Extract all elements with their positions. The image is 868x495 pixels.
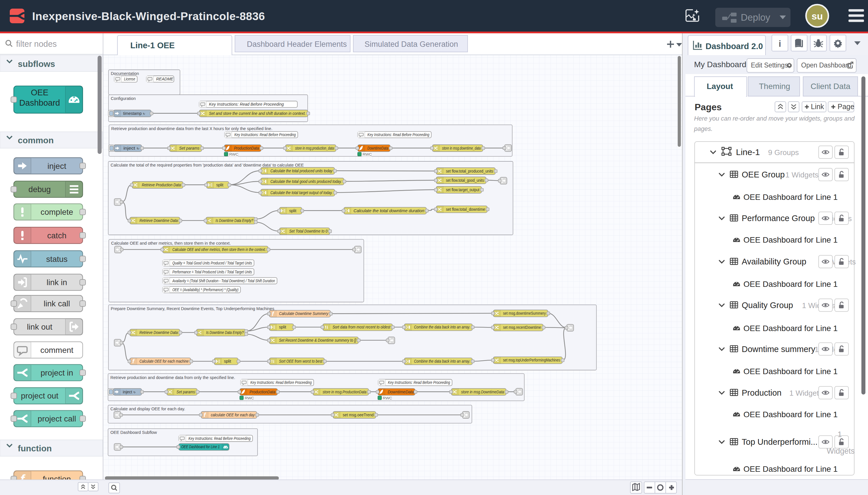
svg-text:Availability Group: Availability Group [742,257,806,266]
svg-text:complete: complete [40,208,73,217]
svg-text:set flow.total_downtime: set flow.total_downtime [446,207,485,211]
svg-text:OEE = (Availability) * (Perfor: OEE = (Availability) * (Performance) * (… [172,287,238,292]
svg-text:function: function [18,444,52,453]
svg-text:RWC: RWC [363,152,372,156]
svg-text:Quality = Total Good Units Pro: Quality = Total Good Units Produced / To… [172,261,252,265]
svg-text:Retrieve production and downti: Retrieve production and downtime data fr… [110,375,235,380]
svg-text:Prepare Downtime Summary, Rece: Prepare Downtime Summary, Recent Downtim… [111,306,274,311]
svg-text:OEE Dashboard Subflow: OEE Dashboard Subflow [110,430,157,435]
svg-text:Calculate OEE and other metric: Calculate OEE and other metrics, then st… [172,247,266,252]
svg-text:store in msg.ProductionData: store in msg.ProductionData [323,390,367,394]
svg-text:README: README [156,76,174,81]
svg-text:RWC: RWC [383,396,392,400]
svg-text:Dashboard Header Elements: Dashboard Header Elements [247,40,347,49]
svg-text:set flow.total_produced_units: set flow.total_produced_units [446,169,493,173]
svg-text:Here you can re-order and move: Here you can re-order and move your widg… [694,115,855,122]
svg-text:set msg.oeeTrend: set msg.oeeTrend [343,413,374,417]
svg-text:Calculate the total target out: Calculate the total target output of tod… [271,190,333,195]
svg-text:OEE Dashboard for Line 1: OEE Dashboard for Line 1 [181,444,220,449]
svg-text:subflows: subflows [18,59,55,69]
svg-text:DowntimeData: DowntimeData [387,390,414,394]
svg-text:Sort data from most recent to: Sort data from most recent to oldest [332,325,390,329]
svg-text:ProductionData: ProductionData [234,146,259,151]
svg-text:project out: project out [21,391,58,400]
svg-text:link in: link in [47,278,67,287]
svg-text:Open Dashboard: Open Dashboard [801,62,851,69]
svg-text:Set and store the current line: Set and store the current line and shift… [209,111,306,116]
svg-text:split: split [289,208,296,213]
svg-text:1 Widgets: 1 Widgets [785,171,819,179]
svg-text:set msg.recentDowntime: set msg.recentDowntime [503,325,541,330]
svg-text:Key Instructions: Read Before: Key Instructions: Read Before Proceeding [388,380,450,385]
svg-text:OEE Dashboard for Line 1: OEE Dashboard for Line 1 [743,280,837,289]
svg-text:split: split [224,359,231,363]
svg-text:Widgets: Widgets [827,447,855,455]
svg-text:set msg.topUnderPerformingMach: set msg.topUnderPerformingMachines [503,358,560,362]
svg-text:Theming: Theming [759,82,790,91]
svg-text:Calculate OEE and other metric: Calculate OEE and other metrics, then st… [111,241,231,245]
svg-text:set flow.total_good_units: set flow.total_good_units [446,178,484,183]
svg-text:debug: debug [29,185,51,194]
svg-text:Availavity = (Total Shift Dura: Availavity = (Total Shift Duration - Tot… [172,278,275,283]
svg-text:link call: link call [44,299,70,308]
svg-text:Link: Link [811,103,824,110]
svg-text:Layout: Layout [707,82,733,91]
svg-text:Calculate OEE for each machine: Calculate OEE for each machine [139,359,189,363]
svg-text:OEE Dashboard for Line 1: OEE Dashboard for Line 1 [743,410,837,419]
svg-text:Calculate and display OEE for: Calculate and display OEE for each day. [110,407,185,411]
svg-text:Retrieve production and downti: Retrieve production and downtime data fr… [111,126,273,131]
svg-text:OEE: OEE [31,88,48,97]
svg-text:i: i [779,38,781,49]
svg-text:store in msg.downtime_data: store in msg.downtime_data [442,146,481,151]
svg-text:Quality Group: Quality Group [742,301,793,310]
svg-text:Calculate the total of the req: Calculate the total of the required prop… [110,163,304,167]
svg-text:Retrieve Downtime Data: Retrieve Downtime Data [139,330,178,335]
svg-text:Calculate Downtime Summery: Calculate Downtime Summery [279,311,328,316]
svg-text:RWC: RWC [245,396,254,400]
svg-text:link out: link out [27,322,53,331]
svg-text:Configuration: Configuration [111,96,136,101]
svg-text:Line-1: Line-1 [736,147,760,157]
svg-text:store in msg.production_data: store in msg.production_data [295,146,334,151]
svg-text:split: split [216,183,223,187]
svg-text:Dashboard: Dashboard [19,98,60,107]
svg-text:Simulated Data Generation: Simulated Data Generation [365,40,458,49]
svg-text:Key Instructions: Read Before: Key Instructions: Read Before Proceeding [250,380,312,385]
svg-text:Performance Group: Performance Group [742,214,815,223]
svg-text:OEE Dashboard for Line 1: OEE Dashboard for Line 1 [743,464,837,474]
svg-text:Set Recent Downtime & Downtime: Set Recent Downtime & Downtime summery t… [279,338,357,343]
svg-text:Page: Page [837,103,854,110]
svg-text:Documentation: Documentation [111,71,139,76]
svg-text:comment: comment [40,346,73,355]
svg-text:Sort OEE from worst to best: Sort OEE from worst to best [279,359,323,363]
svg-text:Performance = Total Produced U: Performance = Total Produced Units / Tot… [172,270,252,274]
svg-text:Deploy: Deploy [741,12,770,23]
svg-text:split: split [279,325,286,329]
svg-text:project in: project in [40,369,73,377]
svg-text:Line-1 OEE: Line-1 OEE [130,41,175,50]
svg-text:DowntimeData: DowntimeData [367,146,388,151]
svg-text:Key Instructions: Read Before: Key Instructions: Read Before Proceeding [367,132,429,137]
svg-text:Combine the data back into an: Combine the data back into an array. [414,325,470,329]
svg-text:set msg.downtimeSummery: set msg.downtimeSummery [503,311,546,315]
svg-text:Client Data: Client Data [811,82,850,91]
svg-text:Top Underperformi...: Top Underperformi... [742,437,817,446]
svg-text:Combine the data back into an: Combine the data back into an array. [414,359,470,363]
svg-text:set flow.target_output: set flow.target_output [446,187,479,192]
svg-text:project call: project call [38,414,76,423]
svg-text:1: 1 [837,430,842,439]
svg-text:RWC: RWC [229,152,238,156]
svg-text:function: function [43,475,71,479]
svg-text:1 Widgets: 1 Widgets [789,389,823,397]
svg-text:OEE Group: OEE Group [742,170,785,179]
svg-text:Retrieve Downtime Data: Retrieve Downtime Data [139,218,178,223]
svg-text:Key Instructions: Read Before: Key Instructions: Read Before Proceeding [209,102,284,106]
svg-text:9 Groups: 9 Groups [768,148,799,157]
svg-text:Pages: Pages [695,102,722,112]
svg-text:Set params: Set params [179,146,199,151]
svg-text:su: su [812,11,823,21]
svg-text:Production: Production [742,388,782,397]
svg-text:Key Instructions: Read Before: Key Instructions: Read Before Proceeding [189,436,251,441]
svg-text:Edit Settings: Edit Settings [751,62,788,69]
svg-text:Calculate the total produced u: Calculate the total produced units today [271,169,333,173]
